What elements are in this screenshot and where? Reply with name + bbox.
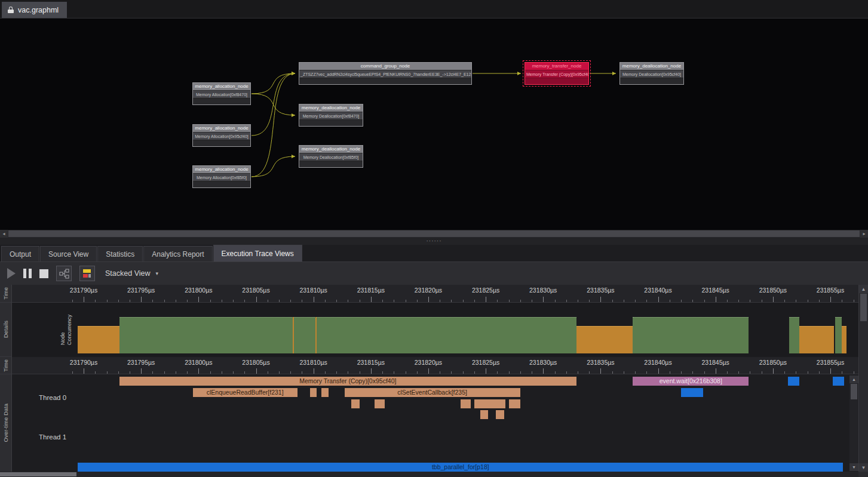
scroll-left-arrow-icon[interactable]: ◂ bbox=[0, 230, 8, 238]
trace-bar[interactable] bbox=[833, 377, 844, 386]
timeline-vscroll-thumb[interactable] bbox=[860, 294, 867, 321]
scroll-down-arrow-icon[interactable]: ▼ bbox=[849, 463, 858, 471]
time-tick bbox=[394, 300, 394, 302]
pause-button[interactable] bbox=[23, 269, 32, 278]
time-tick bbox=[762, 300, 762, 302]
time-ruler-bottom[interactable]: 231790µs231795µs231800µs231805µs231810µs… bbox=[12, 357, 858, 374]
trace-bar[interactable]: clSetEventCallback[f235] bbox=[345, 388, 520, 397]
trace-bar[interactable] bbox=[496, 410, 504, 419]
trace-bar[interactable] bbox=[474, 399, 505, 408]
time-tick bbox=[222, 300, 222, 302]
concurrency-segment bbox=[633, 317, 749, 353]
overtime-data-area[interactable]: Memory Transfer (Copy)[0x95cf40]event.wa… bbox=[12, 374, 858, 472]
time-tick-label: 231840µs bbox=[644, 359, 671, 366]
time-tick bbox=[635, 371, 636, 374]
panel-splitter[interactable]: ······ bbox=[0, 238, 868, 245]
time-tick bbox=[130, 300, 130, 302]
time-tick bbox=[130, 371, 130, 374]
graph-node-ma2[interactable]: memory_allocation_nodeMemory Allocation[… bbox=[192, 124, 251, 147]
trace-bar[interactable]: clEnqueueReadBuffer[f231] bbox=[193, 388, 297, 397]
view-mode-dropdown[interactable]: Stacked View ▾ bbox=[105, 269, 158, 278]
graph-node-ma1[interactable]: memory_allocation_nodeMemory Allocation[… bbox=[192, 82, 251, 105]
time-tick bbox=[152, 371, 153, 374]
scroll-up-arrow-icon[interactable]: ▲ bbox=[849, 376, 858, 383]
panel-tab-analytics-report[interactable]: Analytics Report bbox=[143, 246, 212, 261]
app-window: vac.graphml command_group_node_ZTSZZ7vec… bbox=[0, 0, 868, 477]
graph-hscroll-thumb[interactable] bbox=[8, 230, 860, 237]
graph-node-mdr[interactable]: memory_deallocation_nodeMemory Deallocat… bbox=[619, 62, 684, 85]
time-tick bbox=[784, 300, 785, 302]
time-tick bbox=[532, 300, 532, 302]
concurrency-chart-area[interactable]: NodeConcurrency bbox=[12, 303, 858, 357]
time-tick bbox=[854, 300, 854, 302]
grouping-button[interactable] bbox=[56, 266, 72, 281]
graph-node-title: memory_allocation_node bbox=[193, 125, 250, 132]
graph-horizontal-scrollbar[interactable]: ◂ ▸ bbox=[0, 230, 868, 238]
time-tick bbox=[486, 297, 486, 302]
scroll-right-arrow-icon[interactable]: ▸ bbox=[860, 230, 868, 238]
time-tick bbox=[394, 371, 394, 374]
time-tick bbox=[704, 371, 705, 374]
time-tick bbox=[692, 300, 693, 302]
time-tick bbox=[796, 300, 796, 302]
panel-tab-output[interactable]: Output bbox=[1, 246, 39, 261]
trace-bar[interactable]: event.wait[0x216b308] bbox=[633, 377, 749, 386]
graph-node-title: memory_allocation_node bbox=[193, 83, 250, 90]
play-button[interactable] bbox=[7, 268, 16, 279]
time-tick bbox=[830, 368, 831, 374]
panel-tab-source-view[interactable]: Source View bbox=[40, 246, 97, 261]
time-tick bbox=[95, 300, 96, 302]
time-tick bbox=[382, 371, 383, 374]
time-ruler-top[interactable]: 231790µs231795µs231800µs231805µs231810µs… bbox=[12, 285, 858, 303]
trace-bar[interactable] bbox=[788, 377, 799, 386]
overtime-vscroll-thumb[interactable] bbox=[851, 384, 857, 399]
time-tick bbox=[635, 300, 636, 302]
bottom-horizontal-scrollbar[interactable] bbox=[0, 472, 868, 477]
graph-node-footer bbox=[299, 119, 363, 126]
panel-tab-execution-trace-views[interactable]: Execution Trace Views bbox=[213, 245, 302, 261]
panel-tab-statistics[interactable]: Statistics bbox=[97, 246, 143, 261]
timeline-vertical-scrollbar[interactable]: ▲ ▼ bbox=[858, 285, 868, 472]
graph-node-md2[interactable]: memory_deallocation_nodeMemory Deallocat… bbox=[299, 145, 363, 168]
time-tick bbox=[371, 368, 372, 374]
graph-node-ma3[interactable]: memory_allocation_nodeMemory Allocation[… bbox=[192, 165, 251, 188]
trace-bar[interactable] bbox=[310, 388, 317, 397]
trace-bar[interactable] bbox=[681, 388, 703, 397]
graph-canvas[interactable]: command_group_node_ZTSZZ7vec_addRN2cl4sy… bbox=[0, 18, 868, 230]
graph-node-title: command_group_node bbox=[299, 63, 471, 70]
trace-bar[interactable] bbox=[321, 388, 329, 397]
trace-bar[interactable] bbox=[480, 410, 489, 419]
time-tick bbox=[566, 300, 567, 302]
scroll-down-arrow-icon[interactable]: ▼ bbox=[859, 463, 868, 472]
pause-icon bbox=[23, 269, 32, 278]
time-tick bbox=[152, 300, 153, 302]
trace-bar[interactable] bbox=[351, 399, 360, 408]
time-tick bbox=[302, 371, 302, 374]
graph-node-mt[interactable]: memory_transfer_nodeMemory Transfer (Cop… bbox=[525, 62, 589, 85]
trace-bar[interactable]: Memory Transfer (Copy)[0x95cf40] bbox=[119, 377, 576, 386]
time-tick-label: 231825µs bbox=[472, 359, 499, 366]
graph-node-title: memory_allocation_node bbox=[193, 166, 250, 173]
time-tick bbox=[164, 371, 165, 374]
stop-button[interactable] bbox=[39, 269, 48, 278]
trace-bar[interactable] bbox=[509, 399, 520, 408]
chevron-down-icon: ▾ bbox=[156, 270, 159, 276]
view-mode-label: Stacked View bbox=[105, 269, 151, 278]
time-tick bbox=[325, 371, 326, 374]
graph-hscroll-track[interactable] bbox=[8, 230, 860, 238]
stacked-chart-button[interactable] bbox=[79, 266, 95, 281]
bottom-hscroll-thumb[interactable] bbox=[0, 472, 76, 476]
scroll-up-arrow-icon[interactable]: ▲ bbox=[859, 285, 868, 293]
document-tab[interactable]: vac.graphml bbox=[2, 2, 67, 18]
side-label-details: Details bbox=[0, 303, 11, 357]
tbb-parallel-bar[interactable]: tbb_parallel_for[p18] bbox=[78, 463, 843, 472]
concurrency-dip bbox=[293, 317, 294, 353]
graph-node-cg[interactable]: command_group_node_ZTSZZ7vec_addRN2cl4sy… bbox=[299, 62, 472, 85]
time-tick bbox=[520, 371, 521, 374]
time-tick bbox=[406, 300, 406, 302]
graph-node-md1[interactable]: memory_deallocation_nodeMemory Deallocat… bbox=[299, 104, 363, 127]
time-tick bbox=[428, 368, 429, 374]
overtime-vertical-scrollbar[interactable]: ▲ ▼ bbox=[849, 376, 858, 471]
trace-bar[interactable] bbox=[375, 399, 385, 408]
trace-bar[interactable] bbox=[461, 399, 471, 408]
